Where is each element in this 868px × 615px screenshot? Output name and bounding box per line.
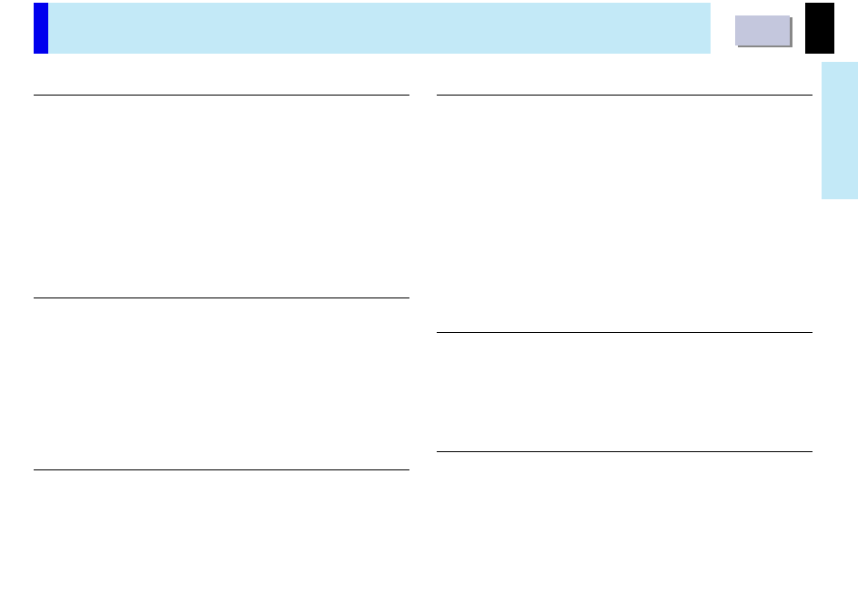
- side-tab[interactable]: [822, 62, 858, 199]
- section-divider: [34, 95, 409, 96]
- right-column: [437, 82, 812, 569]
- left-section-3: [34, 469, 409, 470]
- section-heading: [437, 439, 812, 444]
- right-section-3: [437, 439, 812, 550]
- section-body: [437, 340, 812, 420]
- section-heading: [34, 82, 409, 87]
- section-divider: [437, 332, 812, 333]
- section-heading: [34, 285, 409, 290]
- left-column: [34, 82, 409, 569]
- header-accent-stripe: [34, 3, 48, 54]
- header-title-area: [48, 3, 711, 54]
- right-section-1: [437, 82, 812, 301]
- section-divider: [437, 451, 812, 452]
- section-divider: [34, 297, 409, 298]
- right-section-2: [437, 319, 812, 420]
- left-section-1: [34, 82, 409, 267]
- section-heading: [437, 319, 812, 325]
- section-body: [34, 103, 409, 267]
- section-body: [34, 306, 409, 451]
- header-button[interactable]: [735, 15, 790, 45]
- left-section-2: [34, 285, 409, 451]
- section-heading: [437, 82, 812, 87]
- header-bar: [34, 3, 834, 54]
- section-body: [437, 459, 812, 550]
- section-divider: [34, 469, 409, 470]
- section-divider: [437, 95, 812, 96]
- content-area: [34, 82, 812, 569]
- section-body: [437, 103, 812, 301]
- header-corner-block: [805, 3, 834, 54]
